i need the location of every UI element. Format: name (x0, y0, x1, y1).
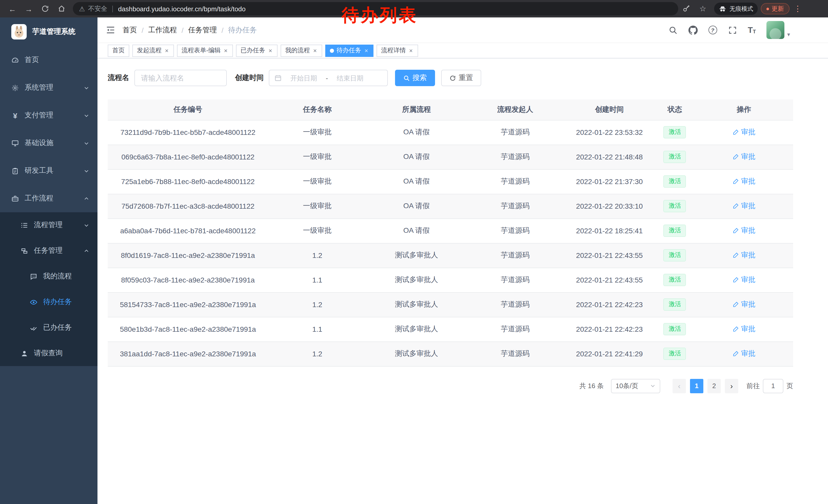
next-page-button[interactable]: › (725, 379, 738, 393)
browser-forward-button[interactable]: → (22, 2, 36, 16)
cell-created: 2022-01-22 21:48:48 (564, 145, 655, 169)
browser-reload-button[interactable] (38, 2, 52, 16)
approve-button[interactable]: 审批 (732, 349, 755, 358)
page-button-1[interactable]: 1 (690, 379, 703, 393)
breadcrumb-task-mgmt[interactable]: 任务管理 (188, 26, 217, 35)
table-row[interactable]: 8f059c03-7ac8-11ec-a9e2-a2380e71991a 1.1… (108, 268, 793, 292)
browser-back-button[interactable]: ← (5, 2, 19, 16)
prev-page-button[interactable]: ‹ (672, 379, 686, 393)
sidebar-item-payment-mgmt[interactable]: ¥ 支付管理 (0, 101, 97, 129)
table-row[interactable]: 75d72608-7b7f-11ec-a3c8-acde48001122 一级审… (108, 194, 793, 218)
tab-home[interactable]: 首页 (108, 44, 129, 57)
approve-button[interactable]: 审批 (732, 325, 755, 334)
sidebar-item-infrastructure[interactable]: 基础设施 (0, 129, 97, 157)
tab-label: 首页 (112, 46, 125, 55)
reset-button[interactable]: 重置 (441, 70, 481, 86)
menu-label: 工作流程 (25, 194, 53, 203)
search-button[interactable]: 搜索 (395, 70, 435, 86)
sidebar: 芋道管理系统 首页 系统管理 ¥ 支付管理 基础设施 (0, 17, 97, 504)
table-row[interactable]: 8f0d1619-7ac8-11ec-a9e2-a2380e71991a 1.2… (108, 243, 793, 268)
app-logo[interactable]: 芋道管理系统 (0, 17, 97, 46)
font-size-icon[interactable]: TT (748, 26, 756, 34)
browser-menu-button[interactable]: ⋮ (791, 2, 805, 16)
approve-button[interactable]: 审批 (732, 177, 755, 186)
browser-update-button[interactable]: 更新 (761, 3, 790, 14)
breadcrumb-workflow[interactable]: 工作流程 (148, 26, 177, 35)
tab-start-process[interactable]: 发起流程 × (132, 44, 174, 57)
table-row[interactable]: 58154733-7ac8-11ec-a9e2-a2380e71991a 1.2… (108, 292, 793, 317)
sidebar-item-task-mgmt[interactable]: 任务管理 (0, 238, 97, 264)
omnibox-divider (112, 5, 113, 12)
sidebar-item-dev-tools[interactable]: 研发工具 (0, 157, 97, 185)
browser-home-button[interactable] (54, 2, 69, 16)
sidebar-item-workflow[interactable]: 工作流程 (0, 185, 97, 212)
tab-todo-tasks[interactable]: 待办任务 × (325, 44, 373, 57)
table-row[interactable]: 069c6a63-7b8a-11ec-8ef0-acde48001122 一级审… (108, 145, 793, 169)
user-icon (20, 350, 28, 357)
date-range-picker[interactable]: - (269, 70, 388, 86)
tab-label: 发起流程 (137, 46, 162, 55)
bookmark-star-icon[interactable]: ☆ (696, 2, 710, 16)
start-date-input[interactable] (284, 74, 324, 82)
sidebar-item-done-tasks[interactable]: 已办任务 (0, 315, 97, 340)
sidebar-item-home[interactable]: 首页 (0, 46, 97, 74)
sidebar-item-my-processes[interactable]: 我的流程 (0, 264, 97, 289)
star-glyph: ☆ (700, 4, 706, 13)
goto-page-input[interactable] (763, 379, 783, 393)
approve-button[interactable]: 审批 (732, 201, 755, 211)
sidebar-toggle-icon[interactable] (106, 25, 115, 35)
cell-task-name: 一级审批 (268, 145, 366, 169)
table-row[interactable]: 580e1b3d-7ac8-11ec-a9e2-a2380e71991a 1.1… (108, 317, 793, 341)
close-icon[interactable]: × (223, 47, 228, 54)
close-icon[interactable]: × (408, 47, 413, 54)
tab-my-processes[interactable]: 我的流程 × (281, 44, 322, 57)
sidebar-item-system-mgmt[interactable]: 系统管理 (0, 74, 97, 101)
cell-initiator: 芋道源码 (466, 317, 564, 341)
approve-button[interactable]: 审批 (732, 300, 755, 309)
chevron-up-icon (84, 248, 89, 254)
search-icon[interactable] (668, 26, 677, 35)
col-task-name: 任务名称 (268, 99, 366, 120)
close-icon[interactable]: × (268, 47, 273, 54)
table-row[interactable]: 381aa1dd-7ac8-11ec-a9e2-a2380e71991a 1.2… (108, 341, 793, 366)
close-icon[interactable]: × (364, 47, 369, 54)
tab-done-tasks[interactable]: 已办任务 × (236, 44, 278, 57)
process-name-input[interactable] (134, 70, 227, 86)
edit-icon (732, 252, 739, 259)
approve-button[interactable]: 审批 (732, 275, 755, 284)
menu-label: 系统管理 (25, 83, 53, 92)
sidebar-item-todo-tasks[interactable]: 待办任务 (0, 289, 97, 315)
url-text: dashboard.yudao.iocoder.cn/bpm/task/todo (118, 5, 245, 12)
approve-button[interactable]: 审批 (732, 251, 755, 260)
status-badge: 激活 (664, 249, 686, 261)
fullscreen-icon[interactable] (728, 26, 737, 35)
sidebar-item-process-mgmt[interactable]: 流程管理 (0, 212, 97, 238)
approve-button[interactable]: 审批 (732, 128, 755, 137)
tab-process-detail[interactable]: 流程详情 × (377, 44, 418, 57)
table-header-row: 任务编号 任务名称 所属流程 流程发起人 创建时间 状态 操作 (108, 99, 793, 120)
table-row[interactable]: 725a1eb6-7b88-11ec-8ef0-acde48001122 一级审… (108, 169, 793, 194)
page-button-2[interactable]: 2 (707, 379, 721, 393)
approve-button[interactable]: 审批 (732, 226, 755, 235)
help-icon[interactable]: ? (708, 26, 717, 34)
table-row[interactable]: a6aba0a4-7b6d-11ec-b781-acde48001122 一级审… (108, 218, 793, 243)
col-created: 创建时间 (564, 99, 655, 120)
breadcrumb-home[interactable]: 首页 (123, 26, 137, 35)
cell-task-name: 一级审批 (268, 169, 366, 194)
user-menu[interactable]: ▾ (767, 21, 790, 39)
reload-icon (41, 5, 49, 13)
end-date-input[interactable] (330, 74, 370, 82)
close-icon[interactable]: × (164, 47, 169, 54)
tab-form-edit[interactable]: 流程表单-编辑 × (177, 44, 233, 57)
approve-button[interactable]: 审批 (732, 152, 755, 162)
github-icon[interactable] (688, 26, 697, 35)
status-badge: 激活 (664, 323, 686, 335)
pagination: 共 16 条 10条/页 ‹ 1 2 › 前往 页 (108, 379, 793, 393)
page-size-select[interactable]: 10条/页 (611, 379, 660, 393)
breadcrumb-separator: / (181, 26, 184, 34)
table-row[interactable]: 73211d9d-7b9b-11ec-b5b7-acde48001122 一级审… (108, 120, 793, 145)
password-key-icon[interactable] (679, 2, 694, 16)
home-icon (57, 5, 66, 13)
close-icon[interactable]: × (313, 47, 318, 54)
sidebar-item-leave-query[interactable]: 请假查询 (0, 340, 97, 366)
